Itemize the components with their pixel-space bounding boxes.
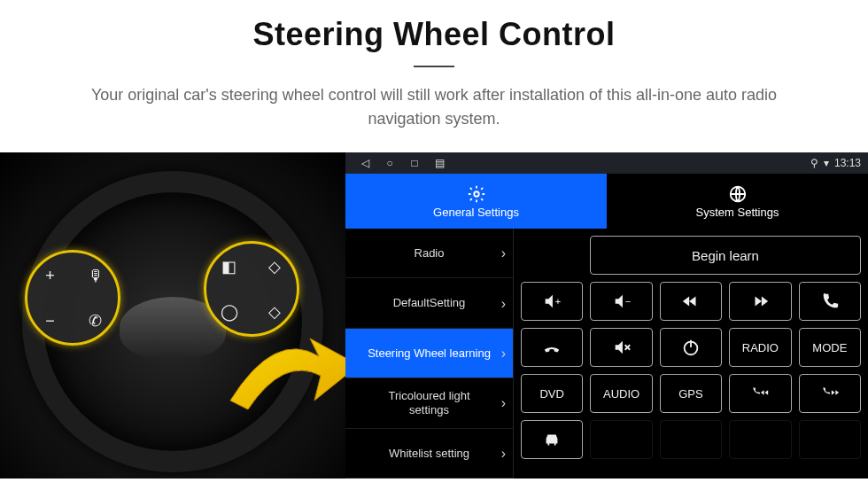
swc-audio-button[interactable]: AUDIO	[590, 374, 652, 413]
nav-back-icon[interactable]: ◁	[353, 157, 377, 169]
swc-empty-slot	[799, 420, 861, 459]
swc-phone-hangup-button[interactable]	[521, 328, 583, 367]
volume-up-icon: +	[542, 292, 562, 311]
nav-recents-icon[interactable]: □	[402, 157, 427, 169]
minus-icon: −	[45, 313, 55, 329]
button-label: RADIO	[742, 341, 779, 354]
swc-empty-slot	[729, 420, 791, 459]
menu-item-default-setting[interactable]: DefaultSetting ›	[345, 278, 513, 328]
volume-mute-icon	[612, 338, 632, 357]
swc-empty-slot	[590, 420, 652, 459]
settings-menu: Radio › DefaultSetting › Steering Wheel …	[345, 229, 514, 479]
phone-icon	[820, 292, 840, 311]
swc-mute-button[interactable]	[590, 328, 652, 367]
swc-vol-down-button[interactable]: −	[590, 282, 652, 321]
menu-label: DefaultSetting	[393, 296, 466, 310]
skip-previous-icon	[681, 292, 701, 311]
swc-radio-button[interactable]: RADIO	[729, 328, 791, 367]
phone-skip-next-icon	[820, 384, 840, 403]
swc-prev-track-button[interactable]	[660, 282, 722, 321]
left-button-cluster: + 🎙 − ✆	[25, 250, 120, 346]
headunit-screen: ◁ ○ □ ▤ ⚲ ▾ 13:13 General Settings	[345, 152, 868, 479]
diamond-up-icon: ◇	[268, 259, 281, 275]
power-icon	[681, 338, 701, 357]
settings-tabs: General Settings System Settings	[345, 174, 868, 229]
settings-body: Radio › DefaultSetting › Steering Wheel …	[345, 229, 868, 479]
steering-wheel-photo: + 🎙 − ✆ ◧ ◇ ◯ ◇	[0, 152, 345, 479]
swc-gps-button[interactable]: GPS	[660, 374, 722, 413]
tab-general-settings[interactable]: General Settings	[345, 174, 607, 229]
menu-label: Steering Wheel learning	[368, 346, 491, 361]
swc-phone-answer-button[interactable]	[799, 282, 861, 321]
gear-icon	[467, 184, 486, 204]
menu-label: Tricoloured light settings	[368, 389, 492, 416]
menu-label: Whitelist setting	[389, 447, 469, 461]
swc-power-button[interactable]	[660, 328, 722, 367]
swc-vol-up-button[interactable]: +	[521, 282, 583, 321]
page-subtitle: Your original car's steering wheel contr…	[53, 83, 815, 131]
location-icon: ⚲	[810, 157, 818, 169]
plus-icon: +	[45, 268, 55, 284]
title-divider	[414, 66, 454, 67]
diamond-down-icon: ◇	[268, 304, 281, 320]
main-panel: + 🎙 − ✆ ◧ ◇ ◯ ◇ ◁ ○ □ ▤	[0, 152, 868, 479]
tab-system-settings[interactable]: System Settings	[607, 174, 868, 229]
wifi-icon: ▾	[824, 157, 829, 169]
swc-next-track-button[interactable]	[729, 282, 791, 321]
swc-empty-slot	[660, 420, 722, 459]
button-label: GPS	[678, 387, 702, 401]
menu-item-radio[interactable]: Radio ›	[345, 229, 513, 278]
swc-mode-button[interactable]: MODE	[799, 328, 861, 367]
car-icon	[542, 430, 562, 449]
volume-down-icon: −	[612, 292, 632, 311]
menu-label: Radio	[415, 246, 445, 261]
begin-learn-row: Begin learn	[521, 236, 861, 275]
phone-skip-prev-icon	[750, 384, 770, 403]
chevron-right-icon: ›	[501, 394, 506, 411]
right-button-cluster: ◧ ◇ ◯ ◇	[204, 241, 299, 337]
hero-header: Steering Wheel Control Your original car…	[0, 0, 868, 131]
swc-dvd-button[interactable]: DVD	[521, 374, 583, 413]
cycle-icon: ◯	[221, 304, 238, 320]
menu-item-whitelist[interactable]: Whitelist setting ›	[345, 429, 513, 479]
tab-label: System Settings	[696, 206, 779, 219]
chevron-right-icon: ›	[501, 345, 506, 362]
chevron-right-icon: ›	[501, 295, 506, 312]
button-label: DVD	[539, 387, 563, 401]
swc-button-grid: + −	[521, 282, 861, 459]
nav-home-icon[interactable]: ○	[377, 157, 402, 169]
tab-label: General Settings	[433, 206, 519, 219]
begin-learn-button[interactable]: Begin learn	[590, 236, 861, 275]
learning-content: Begin learn + −	[514, 229, 868, 479]
swc-phone-next-button[interactable]	[799, 374, 861, 413]
button-label: AUDIO	[603, 387, 639, 401]
chevron-right-icon: ›	[501, 445, 506, 462]
globe-gear-icon	[728, 184, 748, 204]
clock-text: 13:13	[834, 157, 861, 169]
svg-point-0	[474, 191, 479, 197]
source-icon: ◧	[221, 259, 236, 275]
page-title: Steering Wheel Control	[0, 16, 868, 53]
button-label: MODE	[812, 341, 847, 354]
voice-icon: 🎙	[88, 268, 104, 284]
swc-phone-prev-button[interactable]	[729, 374, 791, 413]
svg-text:−: −	[624, 296, 630, 307]
button-label: Begin learn	[692, 248, 759, 263]
phone-hangup-icon	[542, 338, 562, 357]
svg-text:+: +	[555, 296, 561, 307]
skip-next-icon	[750, 292, 770, 311]
chevron-right-icon: ›	[501, 245, 506, 261]
menu-item-steering-wheel-learning[interactable]: Steering Wheel learning ›	[345, 329, 513, 378]
nav-app-icon[interactable]: ▤	[427, 157, 452, 169]
swc-car-button[interactable]	[521, 420, 583, 459]
phone-icon: ✆	[89, 313, 102, 329]
menu-item-tricoloured-light[interactable]: Tricoloured light settings ›	[345, 378, 513, 428]
android-statusbar: ◁ ○ □ ▤ ⚲ ▾ 13:13	[345, 152, 868, 174]
